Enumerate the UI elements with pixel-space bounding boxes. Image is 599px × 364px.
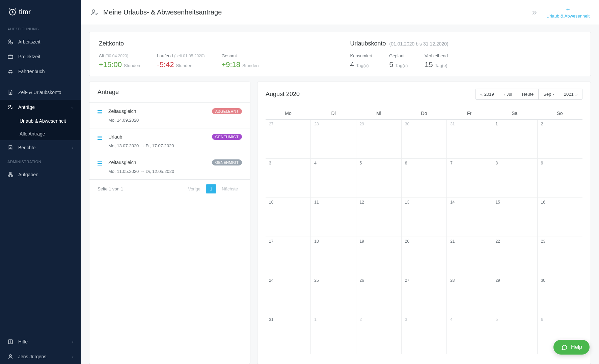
add-request-button[interactable]: ＋ Urlaub & Abwesenheit: [546, 6, 590, 19]
cal-cell[interactable]: 31: [447, 120, 492, 158]
document-icon: [7, 89, 13, 95]
user-check-icon: [7, 104, 13, 110]
cal-cell[interactable]: 12: [356, 198, 402, 237]
cal-cell[interactable]: 30: [402, 120, 447, 158]
cal-cell[interactable]: 27: [402, 276, 447, 315]
nav-label: Aufgaben: [18, 172, 38, 177]
page-number[interactable]: 1: [206, 184, 216, 193]
cal-cell[interactable]: 5: [492, 315, 537, 354]
cal-cell[interactable]: 31: [266, 315, 311, 354]
svg-point-6: [9, 105, 11, 107]
cal-next-year[interactable]: 2021»: [559, 89, 582, 100]
cal-cell[interactable]: 29: [356, 120, 402, 158]
cal-next-month[interactable]: Sep›: [538, 89, 559, 100]
cal-cell[interactable]: 24: [266, 276, 311, 315]
nav-projektzeit[interactable]: Projektzeit: [0, 49, 81, 64]
page-next[interactable]: Nächste: [218, 184, 242, 193]
cal-cell[interactable]: 11: [311, 198, 356, 237]
cal-cell[interactable]: 13: [402, 198, 447, 237]
status-badge: GENEHMIGT: [212, 134, 242, 140]
cal-cell[interactable]: 4: [447, 315, 492, 354]
cal-cell[interactable]: 6: [402, 159, 447, 198]
drag-handle-icon: [98, 161, 102, 165]
cal-today[interactable]: Heute: [517, 89, 539, 100]
help-icon: [7, 339, 13, 345]
cal-cell[interactable]: 15: [492, 198, 537, 237]
calendar-grid: MoDiMiDoFrSaSo 2728293031123456789101112…: [266, 107, 582, 354]
cal-cell[interactable]: 27: [266, 120, 311, 158]
cal-cell[interactable]: 1: [492, 120, 537, 158]
nav-sub-urlaub[interactable]: Urlaub & Abwesenheit: [0, 115, 81, 127]
cal-cell[interactable]: 28: [311, 120, 356, 158]
cal-row: 3456789: [266, 159, 582, 198]
cal-cell[interactable]: 19: [356, 237, 402, 276]
cal-cell[interactable]: 8: [492, 159, 537, 198]
cal-cell[interactable]: 4: [311, 159, 356, 198]
drag-handle-icon: [98, 136, 102, 140]
cal-cell[interactable]: 22: [492, 237, 537, 276]
cal-row: 17181920212223: [266, 237, 582, 276]
nav-label: Jens Jürgens: [18, 354, 46, 359]
cal-cell[interactable]: 29: [492, 276, 537, 315]
stat-laufend: Laufend(seit 01.05.2020) -5:42Stunden: [157, 53, 205, 69]
cal-prev-year[interactable]: «2019: [475, 89, 499, 100]
cal-prev-month[interactable]: ‹Jul: [499, 89, 517, 100]
nav-antraege[interactable]: Anträge ⌄: [0, 100, 81, 115]
cal-cell[interactable]: 9: [538, 159, 582, 198]
stat-konsumiert: Konsumiert 4Tag(e): [350, 53, 373, 69]
briefcase-icon: [7, 54, 13, 60]
user-check-icon: [90, 8, 99, 17]
nav-berichte[interactable]: Berichte ›: [0, 140, 81, 155]
urlaubskonto-title: Urlaubskonto: [350, 40, 386, 47]
chevron-double-left-icon: «: [481, 92, 483, 97]
cal-cell[interactable]: 3: [402, 315, 447, 354]
cal-dow-cell: Do: [401, 107, 446, 119]
cal-dow-cell: Mo: [266, 107, 311, 119]
nav-user[interactable]: Jens Jürgens ›: [0, 349, 81, 364]
nav-zeitkonto[interactable]: Zeit- & Urlaubskonto: [0, 85, 81, 100]
stat-verbleibend: Verbleibend 15Tag(e): [425, 53, 448, 69]
nav-fahrtenbuch[interactable]: Fahrtenbuch: [0, 64, 81, 79]
cal-cell[interactable]: 28: [447, 276, 492, 315]
collapse-icon[interactable]: »: [532, 7, 537, 18]
nav-arbeitszeit[interactable]: Arbeitszeit: [0, 34, 81, 49]
help-bubble[interactable]: Help: [553, 340, 590, 355]
cal-cell[interactable]: 30: [538, 276, 582, 315]
cal-cell[interactable]: 23: [538, 237, 582, 276]
cal-dow-cell: So: [537, 107, 582, 119]
request-item[interactable]: Urlaub GENEHMIGT Mo, 13.07.2020 → Fr, 17…: [89, 128, 250, 154]
cal-cell[interactable]: 25: [311, 276, 356, 315]
request-date: Mo, 14.09.2020: [108, 118, 242, 123]
nav-aufgaben[interactable]: Aufgaben: [0, 167, 81, 182]
cal-cell[interactable]: 16: [538, 198, 582, 237]
cal-cell[interactable]: 1: [311, 315, 356, 354]
cal-cell[interactable]: 17: [266, 237, 311, 276]
cal-cell[interactable]: 20: [402, 237, 447, 276]
cal-dow-cell: Di: [311, 107, 356, 119]
cal-cell[interactable]: 14: [447, 198, 492, 237]
cal-cell[interactable]: 5: [356, 159, 402, 198]
nav-label: Fahrtenbuch: [18, 69, 45, 74]
accounts-panel: Zeitkonto Alt(30.04.2020) +15:00Stunden …: [89, 32, 591, 76]
cal-cell[interactable]: 3: [266, 159, 311, 198]
calendar-panel: August 2020 «2019 ‹Jul Heute Sep› 2021» …: [257, 82, 591, 364]
cal-cell[interactable]: 21: [447, 237, 492, 276]
nav-sub-alle[interactable]: Alle Anträge: [0, 127, 81, 140]
chevron-down-icon: ⌄: [71, 105, 74, 110]
page-prev[interactable]: Vorige: [184, 184, 205, 193]
cal-cell[interactable]: 18: [311, 237, 356, 276]
cal-cell[interactable]: 26: [356, 276, 402, 315]
section-admin-title: ADMINISTRATION: [0, 155, 81, 167]
cal-cell[interactable]: 2: [538, 120, 582, 158]
urlaubskonto-block: Urlaubskonto(01.01.2020 bis 31.12.2020) …: [350, 40, 581, 69]
page-header: Meine Urlaubs- & Abwesenheitsanträge » ＋…: [81, 0, 599, 25]
nav-hilfe[interactable]: Hilfe ›: [0, 334, 81, 349]
chat-icon: [561, 344, 568, 351]
brand-logo[interactable]: timr: [0, 0, 81, 22]
request-item[interactable]: Zeitausgleich ABGELEHNT Mo, 14.09.2020: [89, 102, 250, 128]
request-item[interactable]: Zeitausgleich GENEHMIGT Mo, 11.05.2020 →…: [89, 154, 250, 179]
svg-rect-9: [11, 176, 13, 177]
cal-cell[interactable]: 10: [266, 198, 311, 237]
cal-cell[interactable]: 7: [447, 159, 492, 198]
cal-cell[interactable]: 2: [356, 315, 402, 354]
